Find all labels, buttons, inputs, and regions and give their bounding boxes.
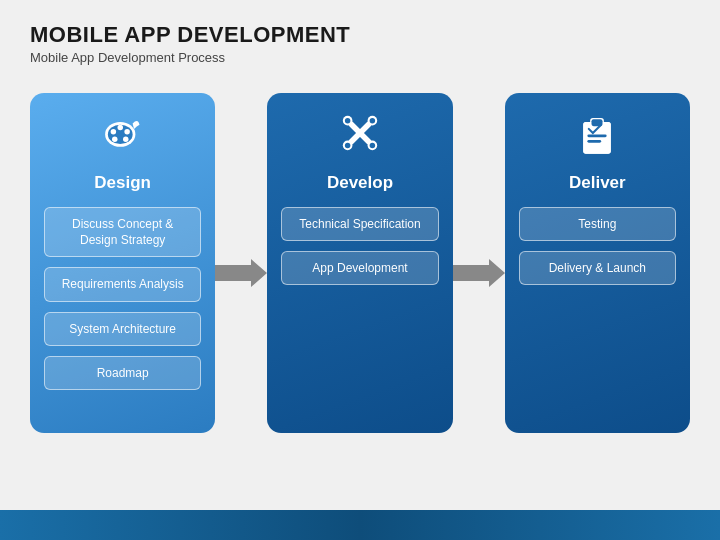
svg-rect-24 bbox=[588, 140, 602, 143]
column-deliver: Deliver Testing Delivery & Launch bbox=[505, 93, 690, 433]
design-item-4: Roadmap bbox=[44, 356, 201, 390]
develop-item-1: Technical Specification bbox=[281, 207, 438, 241]
arrow-1 bbox=[215, 255, 267, 291]
svg-point-14 bbox=[345, 118, 351, 124]
svg-marker-7 bbox=[215, 259, 267, 287]
svg-point-16 bbox=[345, 143, 351, 149]
design-item-2: Requirements Analysis bbox=[44, 267, 201, 301]
page: MOBILE APP DEVELOPMENT Mobile App Develo… bbox=[0, 0, 720, 540]
svg-point-17 bbox=[370, 143, 376, 149]
develop-label: Develop bbox=[327, 173, 393, 193]
arrow-2 bbox=[453, 255, 505, 291]
deliver-item-2: Delivery & Launch bbox=[519, 251, 676, 285]
palette-icon bbox=[101, 111, 145, 161]
svg-rect-23 bbox=[588, 134, 607, 137]
svg-point-6 bbox=[112, 136, 118, 142]
svg-point-2 bbox=[110, 129, 116, 135]
deliver-item-1: Testing bbox=[519, 207, 676, 241]
svg-point-4 bbox=[124, 129, 130, 135]
svg-point-3 bbox=[117, 125, 123, 131]
column-develop: Develop Technical Specification App Deve… bbox=[267, 93, 452, 433]
svg-marker-18 bbox=[453, 259, 505, 287]
column-design: Design Discuss Concept &Design Strategy … bbox=[30, 93, 215, 433]
develop-item-2: App Development bbox=[281, 251, 438, 285]
clipboard-icon bbox=[575, 111, 619, 161]
diagram-area: Design Discuss Concept &Design Strategy … bbox=[30, 83, 690, 443]
page-title: MOBILE APP DEVELOPMENT bbox=[30, 22, 690, 48]
svg-point-5 bbox=[123, 136, 129, 142]
design-item-3: System Architecture bbox=[44, 312, 201, 346]
svg-point-15 bbox=[370, 118, 376, 124]
design-label: Design bbox=[94, 173, 151, 193]
deliver-label: Deliver bbox=[569, 173, 626, 193]
design-item-1: Discuss Concept &Design Strategy bbox=[44, 207, 201, 257]
wrench-icon bbox=[338, 111, 382, 161]
page-subtitle: Mobile App Development Process bbox=[30, 50, 690, 65]
